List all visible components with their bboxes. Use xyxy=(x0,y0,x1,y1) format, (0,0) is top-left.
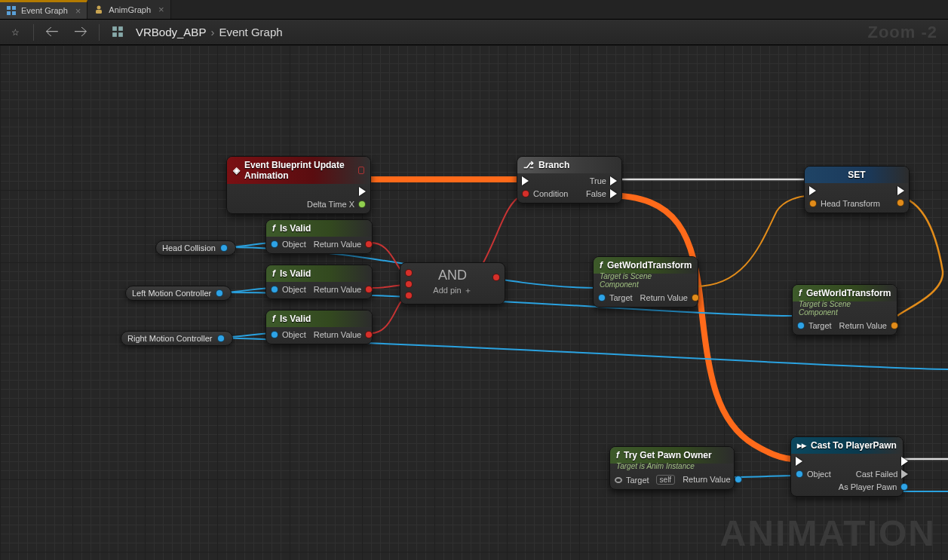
pin-out[interactable] xyxy=(220,244,228,252)
pin-and-b[interactable] xyxy=(405,280,413,288)
node-subtitle: Target is Anim Instance xyxy=(610,462,734,472)
add-pin-button[interactable]: Add pin ＋ xyxy=(420,285,485,299)
function-icon: f xyxy=(272,268,275,279)
graph-canvas[interactable]: ◈ Event Blueprint Update Animation Delta… xyxy=(0,45,948,560)
pin-exec-in[interactable] xyxy=(796,457,831,466)
pin-return-value[interactable]: Return Value xyxy=(314,330,373,339)
close-icon[interactable]: × xyxy=(75,5,81,17)
node-is-valid-3[interactable]: fIs Valid Object Return Value xyxy=(265,310,373,344)
canvas-watermark: ANIMATION xyxy=(720,513,936,554)
toolbar: ☆ 🡠 🡢 VRBody_ABP › Event Graph Zoom -2 xyxy=(0,20,948,45)
breakpoint-icon[interactable] xyxy=(358,167,364,174)
node-set-head-transform[interactable]: SET Head Transform xyxy=(804,166,910,213)
svg-rect-1 xyxy=(12,6,16,10)
star-icon: ☆ xyxy=(11,27,20,38)
tab-anim-graph[interactable]: AnimGraph × xyxy=(87,0,170,19)
back-button[interactable]: 🡠 xyxy=(41,22,63,43)
favorite-button[interactable]: ☆ xyxy=(5,22,26,43)
pin-cast-failed[interactable]: Cast Failed xyxy=(839,470,909,479)
branch-icon: ⎇ xyxy=(523,160,534,170)
pawn-icon xyxy=(94,5,104,15)
node-branch[interactable]: ⎇ Branch Condition True False xyxy=(517,156,622,203)
node-title: GetWorldTransform xyxy=(806,288,891,298)
svg-rect-0 xyxy=(7,6,11,10)
pin-return-value[interactable]: Return Value xyxy=(640,293,699,302)
pin-exec-in[interactable] xyxy=(522,176,568,185)
node-get-world-transform-1[interactable]: fGetWorldTransform Target is Scene Compo… xyxy=(593,256,698,308)
node-event-blueprint-update-animation[interactable]: ◈ Event Blueprint Update Animation Delta… xyxy=(226,156,371,214)
node-is-valid-2[interactable]: fIs Valid Object Return Value xyxy=(265,265,373,299)
pin-out[interactable] xyxy=(216,289,223,297)
home-button[interactable] xyxy=(107,22,128,43)
pin-condition[interactable]: Condition xyxy=(522,189,568,198)
pin-exec-out[interactable] xyxy=(839,457,909,466)
tab-label: Event Graph xyxy=(21,6,68,15)
pin-and-a[interactable] xyxy=(405,269,413,277)
tab-event-graph[interactable]: Event Graph × xyxy=(0,0,87,19)
node-get-world-transform-2[interactable]: fGetWorldTransform Target is Scene Compo… xyxy=(792,284,897,335)
pin-exec-out[interactable] xyxy=(307,187,366,196)
pin-value-out[interactable] xyxy=(897,199,904,207)
var-head-collision[interactable]: Head Collision xyxy=(155,240,236,256)
svg-rect-7 xyxy=(118,26,123,31)
function-icon: f xyxy=(600,260,603,271)
pin-object-in[interactable]: Object xyxy=(271,285,306,294)
node-header: fIs Valid xyxy=(266,311,372,327)
node-title: Is Valid xyxy=(280,268,311,279)
pin-return-value[interactable]: Return Value xyxy=(314,240,373,249)
pin-delta-time-x[interactable]: Delta Time X xyxy=(307,200,366,209)
close-icon[interactable]: × xyxy=(158,4,164,15)
node-is-valid-1[interactable]: fIs Valid Object Return Value xyxy=(265,219,373,254)
chevron-right-icon: › xyxy=(210,26,214,38)
pin-object-in[interactable]: Object xyxy=(796,470,831,479)
function-icon: f xyxy=(272,314,275,324)
svg-point-4 xyxy=(97,5,101,9)
pin-return-value[interactable]: Return Value xyxy=(839,321,898,330)
var-label: Left Motion Controller xyxy=(132,289,211,298)
pin-return-value[interactable]: Return Value xyxy=(683,475,741,484)
pin-return-value[interactable]: Return Value xyxy=(314,285,373,294)
forward-button[interactable]: 🡢 xyxy=(70,22,91,43)
pin-as-player-pawn[interactable]: As Player Pawn xyxy=(839,482,909,491)
node-try-get-pawn-owner[interactable]: fTry Get Pawn Owner Target is Anim Insta… xyxy=(609,446,735,490)
graph-grid-icon xyxy=(112,26,124,39)
node-title: Is Valid xyxy=(280,223,311,234)
pin-and-c[interactable] xyxy=(405,292,413,299)
node-header: fTry Get Pawn Owner xyxy=(610,447,734,464)
pin-exec-in[interactable] xyxy=(809,186,880,195)
function-icon: f xyxy=(616,450,619,461)
var-label: Head Collision xyxy=(162,243,216,252)
pin-target-self[interactable]: Targetself xyxy=(615,475,675,485)
node-cast-to-player-pawn[interactable]: ▸▸Cast To PlayerPawn Object Cast Failed … xyxy=(790,436,904,497)
separator xyxy=(33,24,34,41)
graph-grid-icon xyxy=(6,5,17,16)
pin-object-in[interactable]: Object xyxy=(271,330,306,339)
node-title: Event Blueprint Update Animation xyxy=(244,160,354,181)
pin-head-transform-in[interactable]: Head Transform xyxy=(809,199,880,208)
pin-target[interactable]: Target xyxy=(598,293,633,302)
svg-rect-6 xyxy=(112,26,117,31)
pin-true[interactable]: True xyxy=(586,176,617,185)
node-header: ▸▸Cast To PlayerPawn xyxy=(791,437,903,454)
node-and[interactable]: AND Add pin ＋ xyxy=(400,262,505,304)
event-icon: ◈ xyxy=(233,165,240,176)
var-label: Right Motion Controller xyxy=(127,334,213,343)
breadcrumb-parent[interactable]: VRBody_ABP xyxy=(136,26,206,38)
pin-object-in[interactable]: Object xyxy=(271,240,306,249)
node-title: GetWorldTransform xyxy=(607,260,692,271)
separator xyxy=(99,24,100,41)
var-right-motion-controller[interactable]: Right Motion Controller xyxy=(121,331,233,346)
pin-target[interactable]: Target xyxy=(797,321,832,330)
node-subtitle: Target is Scene Component xyxy=(793,300,897,318)
pin-exec-out[interactable] xyxy=(897,186,904,195)
node-header: fGetWorldTransform xyxy=(594,257,698,274)
cast-icon: ▸▸ xyxy=(797,440,806,451)
pin-out[interactable] xyxy=(217,335,225,342)
svg-rect-2 xyxy=(7,11,11,15)
pin-and-out[interactable] xyxy=(492,274,500,281)
breadcrumb: VRBody_ABP › Event Graph xyxy=(136,26,283,38)
pin-false[interactable]: False xyxy=(586,189,617,198)
function-icon: f xyxy=(272,223,275,234)
node-title: Try Get Pawn Owner xyxy=(624,450,712,461)
var-left-motion-controller[interactable]: Left Motion Controller xyxy=(125,286,232,301)
